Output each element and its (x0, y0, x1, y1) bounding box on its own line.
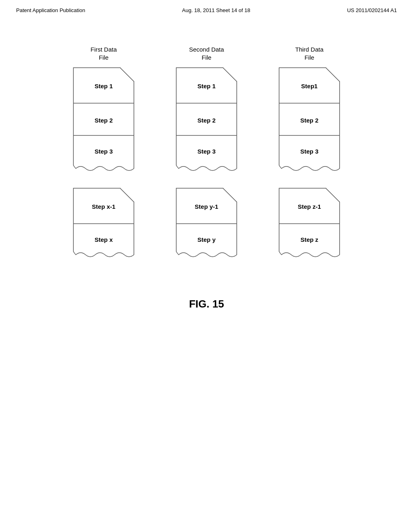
first-file-small-svg: Step x-1 Step x (73, 187, 135, 260)
third-file-small-svg: Step z-1 Step z (278, 187, 341, 260)
first-file-large: Step 1 Step 2 Step 3 (73, 67, 135, 175)
second-file-large-svg: Step 1 Step 2 Step 3 (175, 67, 238, 174)
first-file-small: Step x-1 Step x (73, 187, 135, 262)
first-file-large-svg: Step 1 Step 2 Step 3 (73, 67, 135, 174)
first-file-label: First DataFile (90, 46, 117, 61)
header-left: Patent Application Publication (16, 7, 85, 13)
page-header: Patent Application Publication Aug. 18, … (0, 0, 413, 13)
first-file-small-column: Step x-1 Step x (73, 187, 135, 262)
svg-text:Step1: Step1 (301, 83, 317, 89)
svg-text:Step x-1: Step x-1 (92, 203, 115, 210)
second-file-small: Step y-1 Step y (175, 187, 238, 262)
third-file-large: Step1 Step 2 Step 3 (278, 67, 341, 175)
svg-text:Step 3: Step 3 (94, 148, 113, 155)
svg-text:Step 3: Step 3 (300, 148, 318, 155)
third-file-small: Step z-1 Step z (278, 187, 341, 262)
bottom-files-row: Step x-1 Step x Step y-1 Step y (73, 187, 341, 262)
second-data-file-column: Second DataFile Step 1 Step 2 Step 3 (175, 46, 238, 175)
second-file-small-svg: Step y-1 Step y (175, 187, 238, 260)
svg-text:Step 1: Step 1 (197, 83, 215, 89)
svg-text:Step 2: Step 2 (300, 117, 318, 124)
first-data-file-column: First DataFile Step 1 Step 2 Step 3 (73, 46, 135, 175)
svg-text:Step x: Step x (94, 236, 113, 243)
svg-text:Step 2: Step 2 (197, 117, 215, 124)
svg-text:Step z: Step z (300, 236, 318, 243)
svg-text:Step y: Step y (197, 236, 216, 243)
fig-label: FIG. 15 (189, 298, 224, 310)
header-right: US 2011/0202144 A1 (347, 7, 397, 13)
third-file-label: Third DataFile (295, 46, 323, 61)
second-file-label: Second DataFile (189, 46, 224, 61)
third-data-file-column: Third DataFile Step1 Step 2 Step 3 (278, 46, 341, 175)
top-files-row: First DataFile Step 1 Step 2 Step 3 (73, 46, 341, 175)
main-content: First DataFile Step 1 Step 2 Step 3 (0, 13, 413, 310)
svg-text:Step 3: Step 3 (197, 148, 215, 155)
third-file-large-svg: Step1 Step 2 Step 3 (278, 67, 341, 174)
second-file-small-column: Step y-1 Step y (175, 187, 238, 262)
svg-text:Step 2: Step 2 (94, 117, 113, 124)
header-middle: Aug. 18, 2011 Sheet 14 of 18 (182, 7, 250, 13)
third-file-small-column: Step z-1 Step z (278, 187, 341, 262)
svg-text:Step y-1: Step y-1 (194, 203, 218, 210)
svg-text:Step 1: Step 1 (94, 83, 113, 89)
svg-text:Step z-1: Step z-1 (298, 203, 321, 210)
second-file-large: Step 1 Step 2 Step 3 (175, 67, 238, 175)
